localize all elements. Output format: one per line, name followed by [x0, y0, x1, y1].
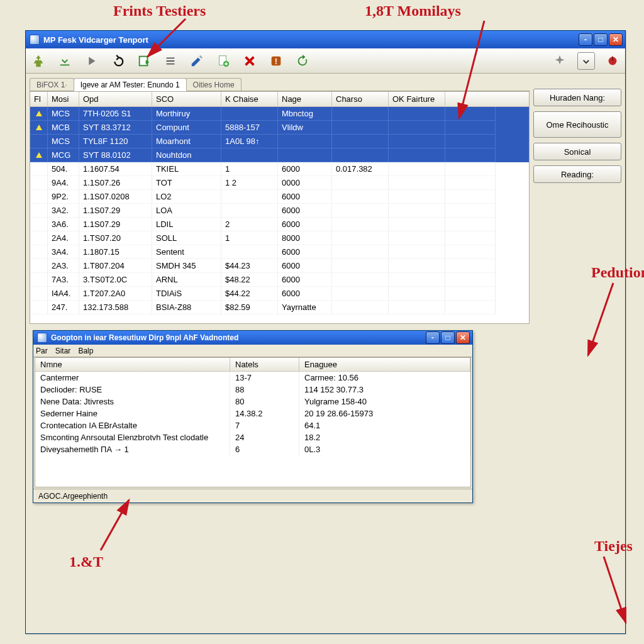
spark-icon[interactable] [551, 52, 569, 70]
table-row[interactable]: 3A6.1.1S07.29LDIL26000 [30, 218, 529, 231]
table-row[interactable]: 7A3.3.TS0T2.0CARNL$48.226000 [30, 273, 529, 287]
undo-icon[interactable] [109, 52, 126, 70]
col-ok[interactable]: OK Fairture [389, 92, 445, 106]
tree-icon[interactable] [30, 52, 47, 70]
table-row[interactable]: 504.1.1607.54TKIEL160000.017.382 [30, 162, 529, 176]
sub-close-button[interactable]: ✕ [456, 331, 470, 344]
sub-grid-body[interactable]: Cantermer13-7Carmee: 10.56Declioder: RUS… [35, 372, 470, 487]
cell: 20 19 28.66-15973 [299, 408, 470, 419]
table-row[interactable]: 9A4.1.1S07.26TOT1 20000 [30, 176, 529, 190]
table-row[interactable]: MCS7TH·0205 S1MorthiruyMbnctog [30, 107, 529, 121]
table-row[interactable]: MCGSYT 88.0102Nouhtdon [30, 148, 529, 162]
cell [332, 204, 389, 218]
close-button[interactable]: ✕ [609, 33, 623, 46]
cell: 6000 [278, 204, 332, 218]
list-item[interactable]: Diveysahemetlh ПA → 160L.3 [35, 443, 470, 455]
edit-icon[interactable] [188, 52, 206, 70]
download-arrow-icon[interactable] [577, 52, 595, 70]
list-icon[interactable] [162, 52, 179, 70]
row-warning-icon [30, 162, 48, 176]
tab-tester[interactable]: Igeve ar AM Tester: Enundo 1 [74, 78, 187, 91]
list-item[interactable]: Nene Data: Jtivrests80Yulgrame 158-40 [35, 396, 470, 408]
btn-reading[interactable]: Reading: [533, 165, 621, 183]
download-icon[interactable] [56, 52, 74, 70]
play-icon[interactable] [82, 52, 100, 70]
cell: Declioder: RUSE [35, 384, 230, 396]
sub-titlebar[interactable]: Goopton in iear Reseutiuw Dirp 9npl AhF … [33, 331, 472, 345]
cell: I4A4. [48, 287, 79, 301]
row-warning-icon [30, 148, 48, 162]
cell: 6 [230, 443, 299, 455]
main-titlebar[interactable]: MP Fesk Vidcarger Tenport ‐ □ ✕ [26, 31, 625, 48]
table-row[interactable]: 2A4.1.TS07.20SOLL18000 [30, 231, 529, 245]
export-icon[interactable] [135, 52, 153, 70]
table-row[interactable]: I4A4.1.T207.2A0TDIAiS$44.226000 [30, 287, 529, 301]
col-charso[interactable]: Charso [332, 92, 389, 106]
cell: SYT 88.0102 [79, 148, 152, 162]
menu-par[interactable]: Par [36, 347, 48, 355]
table-row[interactable]: 3A2.1.1S07.29LOA6000 [30, 204, 529, 218]
table-row[interactable]: 9P2.1.1S07.0208LO26000 [30, 190, 529, 204]
tab-home[interactable]: Oities Home [186, 78, 242, 91]
cell: 114 152 30.77.3 [299, 384, 470, 396]
col-sco[interactable]: SCO [152, 92, 221, 106]
btn-huraden[interactable]: Huraden Nang: [533, 89, 621, 106]
col-opd[interactable]: Opd [79, 92, 152, 106]
svg-text:!: ! [275, 56, 277, 65]
sub-minimize-button[interactable]: ‐ [426, 331, 440, 344]
cell: SMDH 345 [152, 259, 221, 273]
sub-col-natels[interactable]: Natels [230, 358, 299, 371]
menu-sitar[interactable]: Sitar [55, 347, 71, 355]
cell: 6000 [278, 162, 332, 176]
cell: MCG [48, 148, 79, 162]
col-mosi[interactable]: Mosi [48, 92, 79, 106]
grid-body[interactable]: MCS7TH·0205 S1MorthiruyMbnctogMCBSYT 83.… [30, 107, 529, 323]
warning-icon[interactable]: ! [267, 52, 285, 70]
col-nage[interactable]: Nage [278, 92, 332, 106]
cell: 5888-157 [221, 121, 278, 135]
right-panel: Huraden Nang: Ome Recihoustic Sonical Re… [533, 76, 621, 631]
annotation-top-right: 1,8T Momilays [365, 3, 461, 19]
list-item[interactable]: Cantermer13-7Carmee: 10.56 [35, 372, 470, 384]
cell [332, 176, 389, 190]
list-item[interactable]: Crontecation IA EBrAstalte764.1 [35, 419, 470, 431]
btn-sonical[interactable]: Sonical [533, 143, 621, 160]
cell [445, 121, 496, 135]
cell: 1.TS07.20 [79, 231, 152, 245]
sub-col-enaguee[interactable]: Enaguee [299, 358, 470, 371]
col-kchaise[interactable]: K Chaise [221, 92, 278, 106]
cell [389, 245, 445, 259]
cell [389, 176, 445, 190]
cell: BSIA-Z88 [152, 301, 221, 314]
table-row[interactable]: MCBSYT 83.3712Compunt5888-157Vlildw [30, 121, 529, 135]
cell: 1 [221, 162, 278, 176]
minimize-button[interactable]: ‐ [579, 33, 592, 46]
row-warning-icon [30, 218, 48, 231]
cell [332, 287, 389, 301]
cell: 24 [230, 431, 299, 443]
cell: LO2 [152, 190, 221, 204]
cell [332, 135, 389, 148]
table-row[interactable]: 3A4.1.1807.15Sentent6000 [30, 245, 529, 259]
btn-ome[interactable]: Ome Recihoustic [533, 111, 621, 138]
list-item[interactable]: Declioder: RUSE88114 152 30.77.3 [35, 384, 470, 396]
maximize-button[interactable]: □ [594, 33, 608, 46]
table-row[interactable]: 247.132.173.588BSIA-Z88$82.59Yayrnatte [30, 301, 529, 314]
table-row[interactable]: MCSTYL8F 1120Moarhont1A0L 98↑ [30, 135, 529, 148]
refresh-icon[interactable] [294, 52, 311, 70]
table-row[interactable]: 2A3.1.T807.204SMDH 345$44.236000 [30, 259, 529, 273]
sub-col-name[interactable]: Nmne [35, 358, 230, 371]
list-item[interactable]: Sederner Haine14.38.220 19 28.66-15973 [35, 408, 470, 419]
menu-balp[interactable]: Balp [78, 347, 93, 355]
delete-icon[interactable] [241, 52, 258, 70]
add-page-icon[interactable] [214, 52, 232, 70]
cell [445, 301, 496, 314]
tab-bifox[interactable]: BiFOX 1· [30, 78, 74, 91]
list-item[interactable]: Smconting Anrsoutal Elenzbrotvh Test clo… [35, 431, 470, 443]
cell: Cantermer [35, 372, 230, 384]
cell: 0000 [278, 176, 332, 190]
sub-maximize-button[interactable]: □ [441, 331, 455, 344]
cell: 132.173.588 [79, 301, 152, 314]
flag-icon[interactable] [604, 52, 621, 70]
col-fl[interactable]: Fl [30, 92, 48, 106]
